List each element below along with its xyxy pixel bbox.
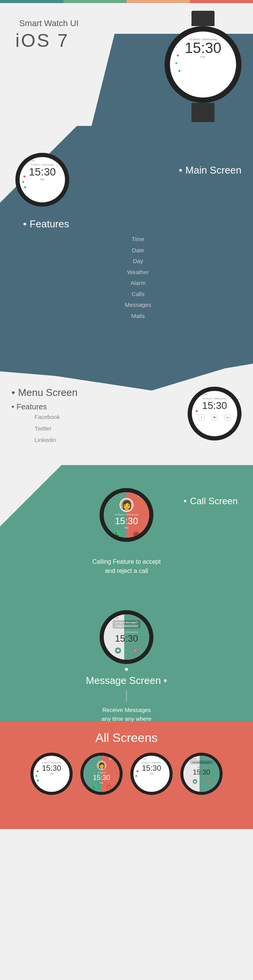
- bw2-center: 20 March 15:30 PM: [83, 770, 120, 784]
- dot-red: [177, 55, 179, 56]
- bw4-content: ⏰ 7:00 AM Sunny you got a Message!!! 20 …: [183, 756, 220, 792]
- wfc-c: 20 March / Wednesday 15:30 PM: [104, 512, 149, 529]
- msg-watch-content: ⏰ 7:00 AM Sunny you got a Message!!! See…: [104, 614, 149, 660]
- bw2-top: ⏰ AM Sunny: [83, 756, 120, 760]
- strap-bot: [191, 103, 215, 122]
- bw3-time: 15:30: [142, 764, 161, 773]
- bw4-act2[interactable]: ✓: [206, 779, 211, 784]
- ampm-msg: PM: [125, 644, 129, 647]
- watch-inner-call: ⏰ AM Sunny 👩 20 March / Wednesday 15:30 …: [104, 492, 149, 538]
- bw1-dot-b: [37, 780, 39, 781]
- dot-t: [22, 181, 24, 183]
- bw3-dot-t: [135, 775, 137, 777]
- ampm-sm: PM: [40, 178, 45, 181]
- watch-inner-main: ⏰ 7:00 AM Sunny 20 March / Wednesday 15:…: [20, 157, 65, 202]
- watch-face-center: 20 March / Wednesday 15:30 PM: [170, 36, 236, 59]
- bwft3: ⏰ 7:00 AM Sunny: [133, 756, 170, 760]
- bw4-alarm: ⏰ 7:00 AM: [186, 758, 196, 760]
- hero-subtitle: iOS 7: [15, 30, 69, 51]
- section-dot: [125, 668, 128, 671]
- bw2-btns: 📞 ✕: [83, 784, 120, 790]
- dot-teal: [175, 62, 177, 64]
- bw1-ampm: PM: [50, 773, 53, 775]
- hero-title: Smart Watch UI: [19, 18, 78, 28]
- call-watch-content: ⏰ AM Sunny 👩 20 March / Wednesday 15:30 …: [104, 492, 149, 538]
- main-watch-small: ⏰ 7:00 AM Sunny 20 March / Wednesday 15:…: [15, 153, 69, 207]
- ampm-c: PM: [125, 526, 129, 529]
- bw4-time: 15:30: [193, 768, 210, 776]
- bw1-dot-r: [37, 770, 38, 772]
- menu-content-row: Menu Screen Features FacebookTwitterLink…: [0, 383, 253, 450]
- watch-outer-hero: ⏰ 7:00 AM Sunny 20 March / Wednesday 15:…: [165, 26, 241, 103]
- bw2-accept[interactable]: 📞: [92, 785, 97, 789]
- feature-item: Messages: [23, 300, 253, 311]
- menu-watch: ⏰ 7:00 AM Sunny 20 March / Wednesday 15:…: [188, 387, 241, 440]
- bw3-alarm: ⏰ 7:00 AM: [136, 758, 146, 760]
- linkedin-icon[interactable]: in: [225, 414, 231, 420]
- bar-seg-3: [126, 0, 190, 3]
- message-feature-text: Receive Messages any time any where: [0, 706, 253, 723]
- bw2-avatar-icon: 👩: [98, 762, 105, 768]
- alarm-sm: ⏰ 7:00 AM: [23, 159, 35, 162]
- top-color-bar: [0, 0, 253, 3]
- phone-buttons: 📞 📵: [104, 530, 149, 538]
- time-m: 15:30: [202, 400, 227, 412]
- msg-action-row: 💬 ✓: [104, 647, 149, 654]
- accept-call-button[interactable]: 📞: [114, 531, 121, 538]
- call-feature-text: Calling Feature to accept and reject a c…: [0, 557, 253, 576]
- weather-m: Sunny: [225, 392, 234, 396]
- bw3-weather: Sunny: [159, 757, 166, 760]
- divider-line: [126, 690, 127, 702]
- features-title: Features: [23, 218, 253, 230]
- reject-call-button[interactable]: 📵: [133, 531, 140, 538]
- alarm-msg: ⏰ 7:00 AM: [107, 616, 119, 619]
- call-section: ⏰ AM Sunny 👩 20 March / Wednesday 15:30 …: [0, 465, 253, 599]
- bw4-msg-bubble: you got a Message!!!: [190, 760, 213, 764]
- bw2-reject[interactable]: ✕: [107, 785, 111, 789]
- wfc-msg: 20 March / Wednesday 15:30 PM: [104, 629, 149, 647]
- msg-header: you got a Message!!!: [115, 621, 138, 624]
- bw4-act1[interactable]: 💬: [193, 779, 197, 784]
- menu-features-list: FacebookTwitterLinkedin: [12, 411, 78, 446]
- bw4-top: ⏰ 7:00 AM Sunny: [183, 756, 220, 760]
- message-bubble: you got a Message!!! Seeing Posted By 30…: [113, 620, 140, 629]
- avatar-icon: 👩: [122, 500, 132, 510]
- watch-outer-call: ⏰ AM Sunny 👩 20 March / Wednesday 15:30 …: [100, 488, 153, 542]
- dot-b: [24, 186, 26, 188]
- weather-c: Sunny: [137, 494, 146, 497]
- bw4-inner: ⏰ 7:00 AM Sunny you got a Message!!! 20 …: [183, 756, 220, 792]
- bw4-actions: 💬 ✓: [183, 779, 220, 784]
- menu-feature-item: Linkedin: [35, 434, 78, 446]
- message-watch-area: ⏰ 7:00 AM Sunny you got a Message!!! See…: [0, 599, 253, 664]
- msg-action-2[interactable]: ✓: [132, 647, 138, 654]
- feature-item: Alarm: [23, 278, 253, 289]
- message-screen-label: Message Screen: [0, 675, 253, 687]
- avatar: 👩: [120, 498, 133, 512]
- bwft1: ⏰ 7:00 AM Sunny: [33, 756, 70, 760]
- msg-action-1[interactable]: 💬: [115, 647, 121, 654]
- bw3-center: 20 March / Wednesday 15:30 PM: [133, 760, 170, 775]
- menu-text-area: Menu Screen Features FacebookTwitterLink…: [12, 387, 78, 446]
- features-section: Features TimeDateDayWeatherAlarmCallsMes…: [0, 210, 253, 321]
- wft: ⏰ 7:00 AM Sunny: [20, 157, 65, 162]
- twitter-icon[interactable]: 🐦: [211, 414, 218, 420]
- bw2-inner: ⏰ AM Sunny 👩 20 March 15:30 PM 📞 ✕: [83, 756, 120, 792]
- bottom-watch-3: ⏰ 7:00 AM Sunny 20 March / Wednesday 15:…: [130, 753, 173, 795]
- watch-outer-menu: ⏰ 7:00 AM Sunny 20 March / Wednesday 15:…: [188, 387, 241, 440]
- time-msg: 15:30: [115, 633, 138, 644]
- time-c: 15:30: [115, 516, 138, 526]
- feature-item: Calls: [23, 289, 253, 300]
- menu-feature-item: Facebook: [35, 411, 78, 423]
- message-section: ⏰ 7:00 AM Sunny you got a Message!!! See…: [0, 599, 253, 829]
- watch-inner-msg: ⏰ 7:00 AM Sunny you got a Message!!! See…: [104, 614, 149, 660]
- bottom-watch-2: ⏰ AM Sunny 👩 20 March 15:30 PM 📞 ✕: [80, 753, 123, 795]
- facebook-icon[interactable]: f: [198, 414, 205, 420]
- watch-time: 15:30: [185, 41, 221, 55]
- hero-section: Smart Watch UI iOS 7 ⏰ 7:00 AM Sunny 20 …: [0, 3, 253, 126]
- time-sm: 15:30: [29, 166, 56, 178]
- bw4-center: 20 March 15:30 PM: [183, 765, 220, 779]
- bw3-dot-r: [136, 770, 138, 772]
- dot-r: [23, 175, 25, 177]
- features-list: TimeDateDayWeatherAlarmCallsMessagesMail…: [23, 234, 253, 321]
- bw1-alarm: ⏰ 7:00 AM: [37, 758, 47, 760]
